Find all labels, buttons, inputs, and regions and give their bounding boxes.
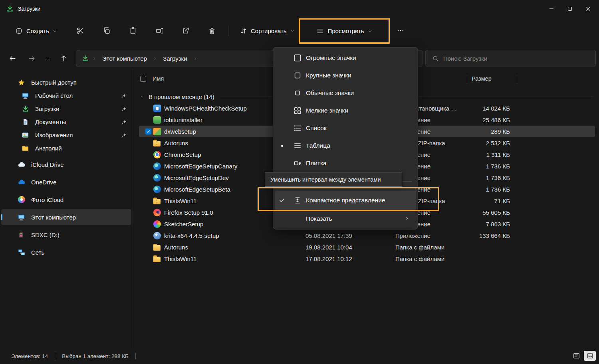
pictures-icon (21, 131, 30, 139)
menu-item-list[interactable]: Список (275, 119, 416, 137)
details-view-toggle[interactable] (570, 351, 582, 361)
folder-icon (21, 144, 30, 152)
sidebar-item-icloud-drive[interactable]: iCloud Drive (1, 156, 131, 172)
items-count: Элементов: 14 (11, 353, 48, 359)
edge-icon (153, 186, 161, 193)
sidebar-item-sdxc-drive[interactable]: SDXC (D:) (1, 227, 131, 243)
column-header-size[interactable]: Размер (472, 75, 492, 82)
chrome-icon (153, 151, 161, 158)
scissors-icon (76, 27, 84, 35)
sidebar-item-desktop[interactable]: Рабочий стол (1, 89, 131, 102)
menu-item-label: Таблица (306, 142, 330, 149)
sidebar-item-downloads[interactable]: Загрузки (1, 102, 131, 115)
rename-icon (155, 27, 163, 35)
menu-item-show-submenu[interactable]: Показать (275, 210, 416, 228)
select-all-checkbox[interactable] (140, 76, 146, 82)
status-divider (135, 353, 136, 359)
more-options-button[interactable] (392, 22, 409, 40)
file-row[interactable]: krita-x64-4.4.5-setup 05.08.2021 17:39 П… (139, 230, 595, 241)
search-input[interactable] (443, 55, 595, 62)
sd-card-icon (17, 231, 26, 238)
maximize-button[interactable] (561, 0, 579, 18)
up-button[interactable] (55, 50, 72, 67)
sidebar-item-documents[interactable]: Документы (1, 115, 131, 129)
file-name: Autoruns (164, 241, 188, 253)
firefox-icon (153, 209, 161, 216)
menu-item-tiles[interactable]: Плитка (275, 154, 416, 172)
tooltip: Уменьшить интервал между элементами (265, 172, 402, 187)
sort-button[interactable]: Сортировать (235, 24, 300, 38)
close-button[interactable] (579, 0, 597, 18)
icloud-cloud-icon (17, 160, 26, 168)
cut-button[interactable] (71, 22, 89, 40)
navigation-buttons (4, 50, 72, 67)
explorer-window: Загрузки Создать (0, 0, 599, 364)
copy-icon (103, 27, 111, 35)
new-button-label: Создать (26, 28, 49, 34)
view-button[interactable]: Просмотреть (311, 24, 377, 38)
rename-button[interactable] (151, 22, 168, 40)
folder-icon (153, 255, 161, 263)
sidebar-item-onedrive[interactable]: OneDrive (1, 174, 131, 190)
sketcher-icon (153, 220, 161, 228)
sidebar-item-label: iCloud Drive (31, 161, 64, 168)
extra-large-icons-icon (289, 53, 306, 62)
file-type: Приложение (395, 230, 430, 241)
delete-button[interactable] (203, 22, 221, 40)
file-name: Firefox Setup 91.0 (164, 207, 213, 218)
menu-item-compact-view[interactable]: Компактное представление (275, 191, 416, 210)
back-button[interactable] (4, 50, 21, 67)
file-date: 17.08.2021 10:12 (305, 253, 352, 265)
sidebar-item-icloud-photos[interactable]: Фото iCloud (1, 192, 131, 208)
command-toolbar: Создать Сортировать Пр (0, 18, 599, 44)
sidebar-item-quick-access[interactable]: Быстрый доступ (1, 76, 131, 89)
sidebar-item-label: Фото iCloud (31, 196, 63, 203)
file-name: WindowsPCHealthCheckSetup (164, 103, 247, 114)
share-button[interactable] (177, 22, 194, 40)
menu-item-details[interactable]: Таблица (275, 137, 416, 154)
thumbnail-view-toggle[interactable] (584, 351, 596, 361)
new-button[interactable]: Создать (10, 24, 62, 38)
file-name: dxwebsetup (164, 126, 196, 137)
file-size: 55 605 КБ (450, 207, 510, 218)
row-checkbox-checked[interactable] (145, 129, 151, 135)
trash-icon (208, 27, 216, 35)
menu-item-medium-icons[interactable]: Обычные значки (275, 84, 416, 102)
file-size: 14 024 КБ (450, 103, 510, 114)
clipboard-icon (129, 27, 137, 35)
sidebar-item-label: Этот компьютер (31, 214, 76, 221)
menu-item-label: Компактное представление (306, 197, 385, 204)
sidebar-item-pictures[interactable]: Изображения (1, 129, 131, 142)
sidebar-item-this-pc[interactable]: Этот компьютер (1, 209, 131, 225)
folder-icon (153, 243, 161, 251)
file-name: MicrosoftEdgeSetupCanary (164, 160, 237, 172)
edge-icon (153, 174, 161, 182)
sidebar-item-label: Анатолий (35, 145, 62, 152)
file-name: iobituninstaller (164, 114, 202, 126)
file-row[interactable]: ThisIsWin11 17.08.2021 10:12 Папка с фай… (139, 253, 595, 265)
paste-button[interactable] (124, 22, 142, 40)
breadcrumb-this-pc[interactable]: Этот компьютер (100, 53, 149, 63)
column-header-name[interactable]: Имя (153, 75, 164, 82)
small-icons-icon (289, 106, 306, 115)
sidebar-item-label: Изображения (35, 132, 73, 138)
status-divider (55, 353, 55, 359)
edge-icon (153, 162, 161, 170)
copy-button[interactable] (98, 22, 115, 40)
menu-item-large-icons[interactable]: Крупные значки (275, 67, 416, 84)
sidebar-item-network[interactable]: Сеть (1, 244, 131, 260)
file-size: 1 736 КБ (450, 160, 510, 172)
forward-button[interactable] (23, 50, 40, 67)
file-row[interactable]: Autoruns 19.08.2021 10:04 Папка с файлам… (139, 241, 595, 253)
breadcrumb-downloads[interactable]: Загрузки (161, 53, 189, 63)
status-bar: Элементов: 14 Выбран 1 элемент: 288 КБ (0, 348, 599, 364)
compact-view-icon (289, 196, 306, 205)
minimize-button[interactable] (542, 0, 561, 18)
column-divider[interactable] (517, 74, 517, 84)
recent-locations-button[interactable] (42, 50, 53, 67)
column-divider[interactable] (467, 74, 467, 84)
menu-item-small-icons[interactable]: Мелкие значки (275, 102, 416, 119)
file-name: Autoruns (164, 137, 188, 149)
menu-item-extra-large-icons[interactable]: Огромные значки (275, 49, 416, 67)
sidebar-item-anatoliy[interactable]: Анатолий (1, 142, 131, 155)
